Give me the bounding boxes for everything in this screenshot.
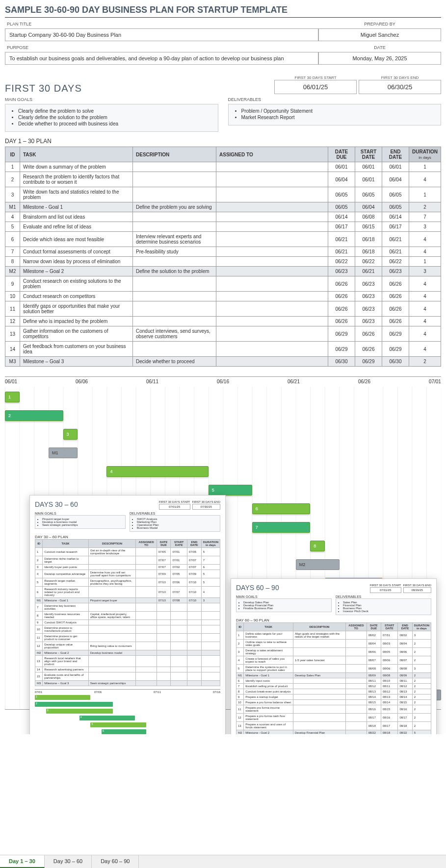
- date-value: Monday, May 26, 2025: [318, 52, 441, 65]
- list-item: Problem / Opportunity Statement: [241, 108, 436, 114]
- table-row: 8Identify business resources neededCapit…: [35, 612, 220, 620]
- table-row: 9Conduct research on existing solutions …: [5, 276, 441, 292]
- table-row: 13Gather information on the customers of…: [5, 326, 441, 342]
- col-dur: DURATIONin days: [409, 147, 441, 162]
- prepared-by-value: Miguel Sanchez: [318, 28, 441, 41]
- table-row: 8Conduct break-even point analysis08/130…: [236, 689, 431, 694]
- plan-90-table: IDTASKDESCRIPTIONASSIGNED TO DATE DUESTA…: [236, 622, 431, 734]
- table-row: 14Get feedback from customers on your bu…: [5, 342, 441, 357]
- gantt-tick: 06/06: [76, 379, 88, 384]
- table-row: 9Prepare a startup budget08/1408/1308/14…: [236, 694, 431, 700]
- table-row: 6Decide which ideas are most feasibleInt…: [5, 232, 441, 247]
- table-row: 10Conduct research on competitors06/2606…: [5, 292, 441, 301]
- table-row: 1Define sales targets for your businessA…: [236, 631, 431, 640]
- plan-title-value: Startup Company 30-60-90 Day Business Pl…: [5, 28, 318, 41]
- table-row: 13Prepare a sources and uses of funds st…: [236, 722, 431, 730]
- table-row: 11Prepare pro forma income statement08/1…: [236, 705, 431, 714]
- table-row: 14Research advertising partners: [35, 667, 220, 672]
- table-row: 4Brainstorm and list out ideas06/1406/08…: [5, 212, 441, 222]
- gantt-bar: 5: [90, 722, 146, 727]
- gantt-chart-60: 07/0107/0607/1107/16 123456M1789101112M2…: [35, 689, 220, 734]
- gantt-bar: 1: [5, 392, 20, 402]
- list-item: Clearly define the problem to solve: [18, 108, 213, 114]
- table-row: 4Create a forecast of sales you expect t…: [236, 656, 431, 665]
- list-item: Business Model: [137, 526, 218, 529]
- table-row: 5Evaluate and refine list of ideas06/170…: [5, 222, 441, 232]
- gantt-bar: M1: [49, 447, 78, 458]
- gantt-bar: 8: [310, 541, 325, 551]
- table-row: M1Milestone - Goal 1Pinpoint target buye…: [35, 598, 220, 603]
- gantt-tick: 06/26: [358, 379, 370, 384]
- table-row: 5Determine the systems to put in place t…: [236, 665, 431, 673]
- main-goals-label: MAIN GOALS: [5, 97, 218, 102]
- table-row: M2Milestone – Goal 2Develop business mod…: [35, 650, 220, 656]
- table-row: 8Narrow down ideas by process of elimina…: [5, 257, 441, 267]
- table-row: 11Identify gaps or opportunities that ma…: [5, 301, 441, 317]
- col-desc: DESCRIPTION: [133, 147, 216, 162]
- table-row: 1Conduct market researchGet an in-depth …: [35, 548, 220, 556]
- gantt-bar: 7: [252, 522, 311, 533]
- gantt-tick: 06/11: [146, 379, 158, 384]
- gantt-bar: 3: [63, 429, 78, 440]
- table-row: 10Determine process to manufacture produ…: [35, 625, 220, 634]
- table-row: 9Conduct SWOT Analysis: [35, 620, 220, 625]
- gantt-tick: 06/01: [5, 379, 17, 384]
- panel-90-title: DAYS 60 – 90: [236, 584, 279, 592]
- purpose-label: PURPOSE: [5, 44, 318, 51]
- table-row: 13Research local retailers that align wi…: [35, 656, 220, 667]
- gantt-bar: 2: [5, 410, 63, 421]
- table-row: 3Write down facts and statistics related…: [5, 187, 441, 202]
- list-item: Investor Pitch Deck: [343, 610, 429, 613]
- gantt-tick: 06/16: [217, 379, 229, 384]
- gantt-bar: 6: [102, 729, 146, 734]
- table-row: M3Milestone – Goal 3Decide whether to pr…: [5, 357, 441, 367]
- list-item: Clearly define the solution to the probl…: [18, 115, 213, 120]
- col-end: END DATE: [382, 147, 409, 162]
- first-30-days-title: FIRST 30 DAYS: [5, 83, 274, 94]
- table-row: M1Milestone - Goal 1Develop Sales Plan08…: [236, 673, 431, 678]
- table-row: 12Develop unique value propositionBring …: [35, 642, 220, 650]
- col-due: DATE DUE: [328, 147, 355, 162]
- gantt-bar: 4: [106, 466, 208, 477]
- date-label: DATE: [318, 44, 441, 51]
- col-assigned: ASSIGNED TO: [216, 147, 328, 162]
- deliverables-box: Problem / Opportunity StatementMarket Re…: [228, 104, 442, 125]
- plan-30-table: ID TASK DESCRIPTION ASSIGNED TO DATE DUE…: [5, 147, 441, 367]
- gantt-tick: 07/01: [429, 379, 441, 384]
- table-row: 2Determine niche market to target07/0707…: [35, 556, 220, 565]
- list-item: Seek strategic partnerships: [42, 523, 123, 526]
- table-row: M2Milestone - Goal 2Develop Financial Pl…: [236, 730, 431, 735]
- gantt-bar: 5: [209, 485, 252, 496]
- list-item: Finalize Business Plan: [243, 607, 329, 610]
- first-30-end-label: FIRST 30 DAYS END: [359, 75, 441, 80]
- table-row: 15Evaluate costs and benefits of partner…: [35, 672, 220, 681]
- table-row: 7Establish selling price of product08/12…: [236, 684, 431, 689]
- table-row: 10Prepare a pro forma balance sheet08/15…: [236, 700, 431, 705]
- col-start: START DATE: [355, 147, 382, 162]
- table-row: 12Define who is impacted by the problem0…: [5, 317, 441, 326]
- table-row: 6Research industry reports related to yo…: [35, 587, 220, 598]
- first-30-end-value: 06/30/25: [359, 80, 441, 94]
- purpose-value: To establish our business goals and deli…: [5, 52, 318, 65]
- table-row: 11Determine process to get product to cu…: [35, 634, 220, 642]
- gantt-bar: 3: [46, 709, 113, 714]
- gantt-bar: M2: [296, 559, 340, 570]
- page-title: SAMPLE 30-60-90 DAY BUSINESS PLAN FOR ST…: [5, 5, 441, 18]
- main-goals-box: Clearly define the problem to solveClear…: [5, 104, 218, 132]
- col-task: TASK: [20, 147, 133, 162]
- col-id: ID: [5, 147, 20, 162]
- prepared-by-label: PREPARED BY: [318, 21, 441, 27]
- table-row: M3Milestone – Goal 3Seek strategic partn…: [35, 681, 220, 686]
- gantt-bar: 2: [35, 702, 113, 707]
- table-row: 12Prepare a pro forma cash flow statemen…: [236, 714, 431, 722]
- table-row: 1Write down a summary of the problem06/0…: [5, 162, 441, 172]
- plan-60-table: IDTASKDESCRIPTIONASSIGNED TO DATE DUESTA…: [35, 539, 220, 686]
- panel-days-30-60: DAYS 30 – 60 FIRST 30 DAYS START07/01/25…: [29, 495, 226, 734]
- table-row: 3Develop a sales enablement strategy08/0…: [236, 648, 431, 656]
- table-row: 7Conduct formal assessments of conceptPr…: [5, 247, 441, 257]
- panel-days-60-90: DAYS 60 – 90 FIRST 30 DAYS START07/31/25…: [231, 578, 437, 734]
- table-row: M1Milestone - Goal 1Define the problem y…: [5, 202, 441, 212]
- gantt-bar: 1: [35, 695, 90, 700]
- panel-60-title: DAYS 30 – 60: [35, 500, 78, 508]
- gantt-bar: 4: [79, 716, 135, 720]
